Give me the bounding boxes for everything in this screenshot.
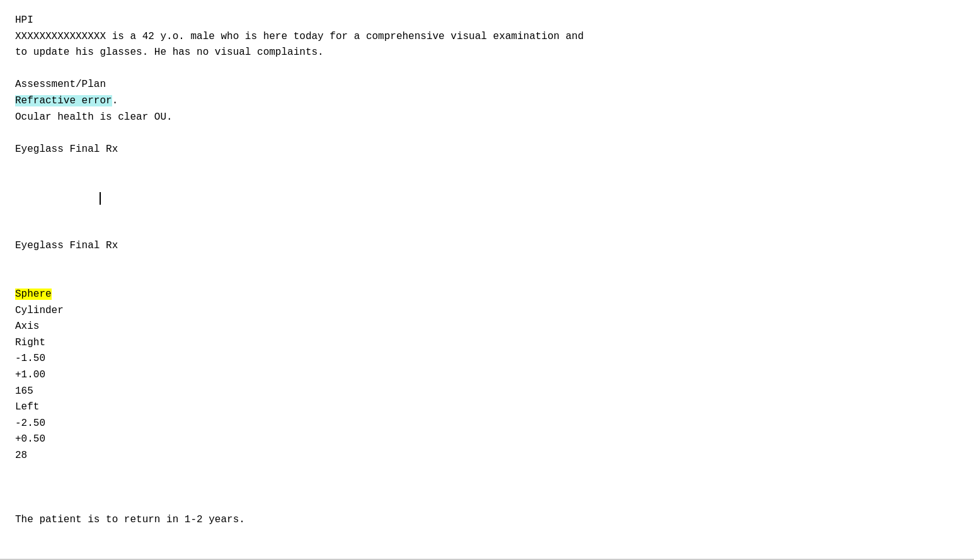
sphere-label-line: Sphere: [15, 287, 959, 303]
sphere-highlight: Sphere: [15, 289, 52, 300]
spacer-1: [15, 61, 959, 77]
cursor-container: [52, 174, 101, 222]
left-sphere-line: -2.50: [15, 416, 959, 432]
eyeglass-rx-cursor-line: [15, 157, 959, 238]
left-cylinder-line: +0.50: [15, 431, 959, 448]
return-note-section: The patient is to return in 1-2 years.: [15, 512, 959, 529]
refractive-error-highlight: Refractive error: [15, 95, 112, 106]
spacer-7: [15, 496, 959, 513]
hpi-label: HPI: [15, 13, 959, 29]
assessment-section: Assessment/Plan Refractive error. Ocular…: [15, 77, 959, 125]
rx-data-section: Sphere Cylinder Axis Right -1.50 +1.00 1…: [15, 287, 959, 464]
period-after-refractive: .: [112, 95, 118, 106]
hpi-line1: XXXXXXXXXXXXXXX is a 42 y.o. male who is…: [15, 29, 959, 45]
spacer-6: [15, 480, 959, 496]
right-sphere-line: -1.50: [15, 351, 959, 367]
right-cylinder-line: +1.00: [15, 367, 959, 384]
cylinder-label-line: Cylinder: [15, 303, 959, 319]
eyeglass-rx-section: Eyeglass Final Rx Eyeglass Final Rx: [15, 142, 959, 254]
right-axis-line: 165: [15, 384, 959, 400]
return-note-line: The patient is to return in 1-2 years.: [15, 512, 959, 529]
refractive-error-line: Refractive error.: [15, 93, 959, 110]
spacer-2: [15, 125, 959, 142]
right-label-line: Right: [15, 335, 959, 351]
text-cursor: [100, 192, 101, 204]
hpi-line2: to update his glasses. He has no visual …: [15, 45, 959, 61]
assessment-label: Assessment/Plan: [15, 77, 959, 93]
ocular-health-line: Ocular health is clear OU.: [15, 110, 959, 126]
spacer-4: [15, 271, 959, 287]
spacer-3: [15, 254, 959, 271]
eyeglass-rx-label1: Eyeglass Final Rx: [15, 142, 959, 158]
eyeglass-rx-label2: Eyeglass Final Rx: [15, 238, 959, 254]
axis-label-line: Axis: [15, 319, 959, 335]
hpi-section: HPI XXXXXXXXXXXXXXX is a 42 y.o. male wh…: [15, 13, 959, 61]
left-label-line: Left: [15, 399, 959, 416]
left-axis-line: 28: [15, 448, 959, 464]
document-container: HPI XXXXXXXXXXXXXXX is a 42 y.o. male wh…: [0, 0, 974, 560]
spacer-5: [15, 464, 959, 481]
